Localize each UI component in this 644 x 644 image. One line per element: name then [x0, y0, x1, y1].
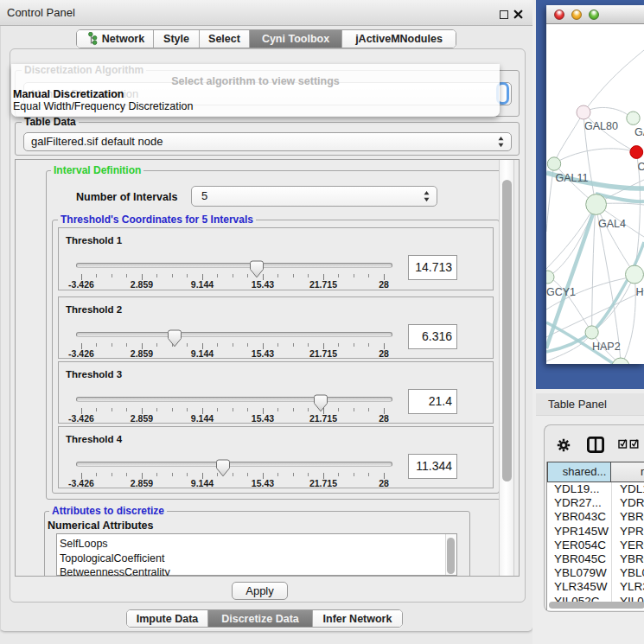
- svg-text:GCY1: GCY1: [546, 286, 576, 298]
- svg-text:GAL11: GAL11: [556, 172, 589, 184]
- svg-text:GAL4: GAL4: [598, 218, 626, 230]
- svg-text:CY: CY: [638, 161, 644, 173]
- svg-text:GAL80: GAL80: [584, 120, 618, 132]
- svg-text:HAP2: HAP2: [592, 341, 621, 353]
- svg-text:GA: GA: [634, 126, 644, 138]
- svg-text:H: H: [636, 286, 644, 298]
